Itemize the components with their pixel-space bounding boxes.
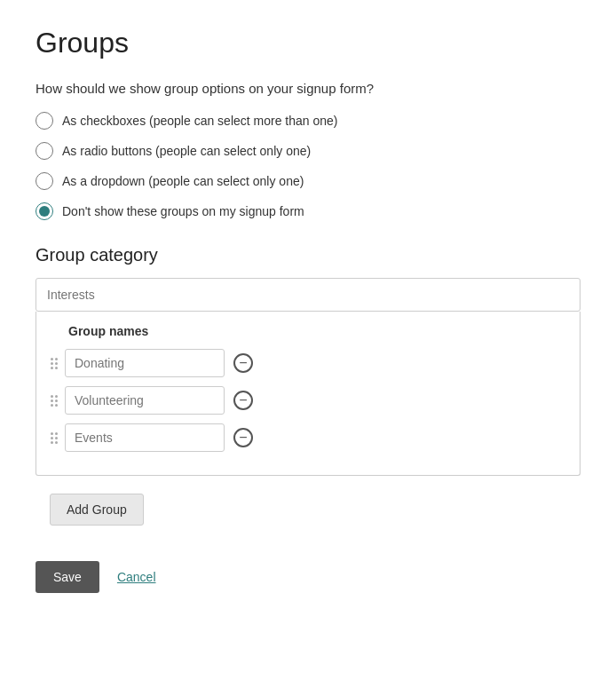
display-options-group: As checkboxes (people can select more th… (36, 112, 580, 220)
question-label: How should we show group options on your… (36, 81, 580, 96)
radio-dropdown[interactable] (36, 172, 53, 190)
group-name-input-2[interactable] (65, 423, 225, 452)
drag-dot (55, 367, 58, 369)
group-row-2: − (51, 423, 565, 452)
drag-dot (51, 432, 53, 435)
remove-icon-2: − (233, 428, 253, 447)
drag-dot (55, 362, 58, 365)
group-row-0: − (51, 349, 565, 377)
drag-handle-2[interactable] (51, 432, 58, 444)
drag-dot (55, 437, 58, 439)
remove-group-button-2[interactable]: − (232, 426, 255, 449)
drag-dot (51, 441, 53, 444)
group-row-1: − (51, 386, 565, 415)
option-checkboxes[interactable]: As checkboxes (people can select more th… (36, 112, 580, 130)
drag-dot (51, 399, 53, 402)
option-radio-buttons[interactable]: As radio buttons (people can select only… (36, 142, 580, 160)
drag-dot (51, 362, 53, 365)
drag-dot (51, 404, 53, 407)
radio-dont-show[interactable] (36, 202, 53, 220)
add-group-button[interactable]: Add Group (50, 494, 144, 526)
group-name-input-0[interactable] (65, 349, 225, 377)
drag-handle-0[interactable] (51, 358, 58, 369)
drag-dot (55, 441, 58, 444)
remove-icon-0: − (233, 353, 253, 373)
drag-dot (51, 395, 53, 398)
save-button[interactable]: Save (36, 561, 99, 593)
radio-checkboxes[interactable] (36, 112, 53, 130)
drag-dot (55, 404, 58, 407)
option-checkboxes-label: As checkboxes (people can select more th… (62, 114, 338, 128)
page-title: Groups (36, 27, 580, 59)
remove-group-button-0[interactable]: − (232, 352, 255, 375)
group-names-container: Group names − − (36, 312, 580, 476)
group-names-label: Group names (51, 324, 565, 338)
remove-group-button-1[interactable]: − (232, 389, 255, 412)
drag-handle-1[interactable] (51, 395, 58, 407)
remove-icon-1: − (233, 391, 253, 410)
option-radio-buttons-label: As radio buttons (people can select only… (62, 144, 311, 158)
cancel-button[interactable]: Cancel (117, 570, 156, 584)
drag-dot (55, 432, 58, 435)
option-dont-show-label: Don't show these groups on my signup for… (62, 204, 304, 218)
drag-dot (55, 399, 58, 402)
footer-actions: Save Cancel (36, 561, 580, 593)
drag-dot (51, 437, 53, 439)
drag-dot (55, 395, 58, 398)
drag-dot (51, 358, 53, 360)
category-name-input[interactable] (36, 278, 580, 312)
drag-dot (51, 367, 53, 369)
option-dropdown-label: As a dropdown (people can select only on… (62, 174, 304, 188)
radio-radio-buttons[interactable] (36, 142, 53, 160)
drag-dot (55, 358, 58, 360)
group-category-title: Group category (36, 245, 580, 265)
option-dropdown[interactable]: As a dropdown (people can select only on… (36, 172, 580, 190)
group-name-input-1[interactable] (65, 386, 225, 415)
option-dont-show[interactable]: Don't show these groups on my signup for… (36, 202, 580, 220)
